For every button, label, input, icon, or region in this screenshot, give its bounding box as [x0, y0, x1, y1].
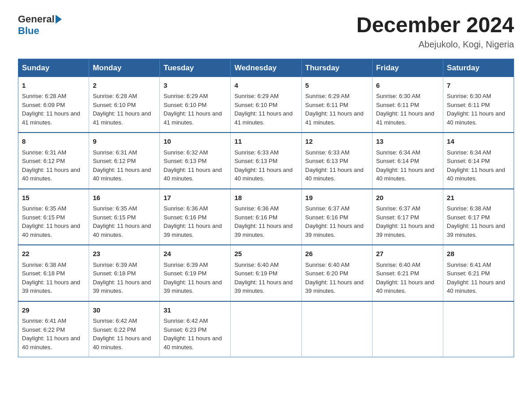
day-info: Sunrise: 6:41 AMSunset: 6:22 PMDaylight:…	[22, 317, 80, 351]
day-info: Sunrise: 6:31 AMSunset: 6:12 PMDaylight:…	[22, 149, 80, 182]
day-info: Sunrise: 6:35 AMSunset: 6:15 PMDaylight:…	[93, 205, 151, 238]
calendar-cell: 4 Sunrise: 6:29 AMSunset: 6:10 PMDayligh…	[231, 77, 301, 133]
calendar-cell: 8 Sunrise: 6:31 AMSunset: 6:12 PMDayligh…	[18, 133, 89, 189]
day-info: Sunrise: 6:40 AMSunset: 6:19 PMDaylight:…	[234, 261, 292, 295]
calendar-cell: 9 Sunrise: 6:31 AMSunset: 6:12 PMDayligh…	[89, 133, 160, 189]
day-info: Sunrise: 6:33 AMSunset: 6:13 PMDaylight:…	[305, 149, 364, 182]
header-day-wednesday: Wednesday	[231, 59, 301, 77]
day-number: 6	[376, 81, 439, 91]
day-info: Sunrise: 6:34 AMSunset: 6:14 PMDaylight:…	[376, 149, 434, 182]
calendar-body: 1 Sunrise: 6:28 AMSunset: 6:09 PMDayligh…	[18, 77, 514, 357]
calendar-cell: 14 Sunrise: 6:34 AMSunset: 6:14 PMDaylig…	[443, 133, 514, 189]
calendar-cell	[443, 301, 514, 357]
calendar-cell: 2 Sunrise: 6:28 AMSunset: 6:10 PMDayligh…	[89, 77, 160, 133]
day-number: 8	[22, 137, 85, 147]
day-number: 22	[22, 249, 85, 259]
day-info: Sunrise: 6:36 AMSunset: 6:16 PMDaylight:…	[234, 205, 292, 238]
day-number: 11	[234, 137, 297, 147]
day-info: Sunrise: 6:37 AMSunset: 6:16 PMDaylight:…	[305, 205, 364, 238]
day-info: Sunrise: 6:41 AMSunset: 6:21 PMDaylight:…	[447, 261, 505, 295]
day-info: Sunrise: 6:40 AMSunset: 6:21 PMDaylight:…	[376, 261, 434, 295]
calendar-header: SundayMondayTuesdayWednesdayThursdayFrid…	[18, 59, 514, 77]
logo: General Blue	[18, 13, 63, 37]
day-info: Sunrise: 6:31 AMSunset: 6:12 PMDaylight:…	[93, 149, 151, 182]
calendar-week-5: 29 Sunrise: 6:41 AMSunset: 6:22 PMDaylig…	[18, 301, 514, 357]
day-number: 28	[447, 249, 510, 259]
day-info: Sunrise: 6:30 AMSunset: 6:11 PMDaylight:…	[376, 93, 434, 126]
day-info: Sunrise: 6:30 AMSunset: 6:11 PMDaylight:…	[447, 93, 505, 126]
day-number: 13	[376, 137, 439, 147]
day-number: 30	[93, 305, 156, 316]
calendar-cell: 29 Sunrise: 6:41 AMSunset: 6:22 PMDaylig…	[18, 301, 89, 357]
day-number: 31	[163, 305, 227, 316]
day-number: 16	[93, 193, 156, 203]
calendar-cell: 11 Sunrise: 6:33 AMSunset: 6:13 PMDaylig…	[231, 133, 301, 189]
calendar-week-1: 1 Sunrise: 6:28 AMSunset: 6:09 PMDayligh…	[18, 77, 514, 133]
day-number: 23	[93, 249, 156, 259]
calendar-table: SundayMondayTuesdayWednesdayThursdayFrid…	[18, 59, 514, 358]
day-number: 4	[234, 81, 297, 91]
calendar-cell: 26 Sunrise: 6:40 AMSunset: 6:20 PMDaylig…	[301, 245, 372, 301]
calendar-cell: 1 Sunrise: 6:28 AMSunset: 6:09 PMDayligh…	[18, 77, 89, 133]
day-number: 20	[376, 193, 439, 203]
day-info: Sunrise: 6:42 AMSunset: 6:22 PMDaylight:…	[93, 317, 151, 351]
day-info: Sunrise: 6:29 AMSunset: 6:10 PMDaylight:…	[234, 93, 292, 126]
header-row: SundayMondayTuesdayWednesdayThursdayFrid…	[18, 59, 514, 77]
day-number: 19	[305, 193, 369, 203]
calendar-cell: 15 Sunrise: 6:35 AMSunset: 6:15 PMDaylig…	[18, 189, 89, 245]
calendar-cell: 20 Sunrise: 6:37 AMSunset: 6:17 PMDaylig…	[372, 189, 443, 245]
day-number: 7	[447, 81, 510, 91]
day-number: 10	[163, 137, 227, 147]
day-info: Sunrise: 6:39 AMSunset: 6:18 PMDaylight:…	[93, 261, 151, 295]
calendar-cell: 27 Sunrise: 6:40 AMSunset: 6:21 PMDaylig…	[372, 245, 443, 301]
day-info: Sunrise: 6:28 AMSunset: 6:10 PMDaylight:…	[93, 93, 151, 126]
day-info: Sunrise: 6:32 AMSunset: 6:13 PMDaylight:…	[163, 149, 222, 182]
calendar-cell: 19 Sunrise: 6:37 AMSunset: 6:16 PMDaylig…	[301, 189, 372, 245]
page-header: General Blue December 2024 Abejukolo, Ko…	[18, 13, 514, 50]
calendar-cell: 5 Sunrise: 6:29 AMSunset: 6:11 PMDayligh…	[301, 77, 372, 133]
day-info: Sunrise: 6:29 AMSunset: 6:11 PMDaylight:…	[305, 93, 364, 126]
day-info: Sunrise: 6:36 AMSunset: 6:16 PMDaylight:…	[163, 205, 222, 238]
day-number: 14	[447, 137, 510, 147]
day-info: Sunrise: 6:35 AMSunset: 6:15 PMDaylight:…	[22, 205, 80, 238]
calendar-cell: 12 Sunrise: 6:33 AMSunset: 6:13 PMDaylig…	[301, 133, 372, 189]
location: Abejukolo, Kogi, Nigeria	[356, 39, 514, 50]
day-number: 24	[163, 249, 227, 259]
calendar-cell: 21 Sunrise: 6:38 AMSunset: 6:17 PMDaylig…	[443, 189, 514, 245]
day-info: Sunrise: 6:33 AMSunset: 6:13 PMDaylight:…	[234, 149, 292, 182]
calendar-cell: 31 Sunrise: 6:42 AMSunset: 6:23 PMDaylig…	[160, 301, 231, 357]
day-info: Sunrise: 6:37 AMSunset: 6:17 PMDaylight:…	[376, 205, 434, 238]
calendar-cell: 6 Sunrise: 6:30 AMSunset: 6:11 PMDayligh…	[372, 77, 443, 133]
calendar-cell: 3 Sunrise: 6:29 AMSunset: 6:10 PMDayligh…	[160, 77, 231, 133]
day-number: 1	[22, 81, 85, 91]
calendar-cell: 10 Sunrise: 6:32 AMSunset: 6:13 PMDaylig…	[160, 133, 231, 189]
logo-arrow-icon	[56, 15, 62, 24]
calendar-week-2: 8 Sunrise: 6:31 AMSunset: 6:12 PMDayligh…	[18, 133, 514, 189]
day-info: Sunrise: 6:38 AMSunset: 6:18 PMDaylight:…	[22, 261, 80, 295]
day-number: 26	[305, 249, 369, 259]
day-info: Sunrise: 6:39 AMSunset: 6:19 PMDaylight:…	[163, 261, 222, 295]
calendar-cell	[231, 301, 301, 357]
day-number: 5	[305, 81, 369, 91]
day-number: 27	[376, 249, 439, 259]
header-day-tuesday: Tuesday	[160, 59, 231, 77]
title-area: December 2024 Abejukolo, Kogi, Nigeria	[356, 13, 514, 50]
day-number: 12	[305, 137, 369, 147]
calendar-cell: 30 Sunrise: 6:42 AMSunset: 6:22 PMDaylig…	[89, 301, 160, 357]
day-number: 9	[93, 137, 156, 147]
day-info: Sunrise: 6:28 AMSunset: 6:09 PMDaylight:…	[22, 93, 80, 126]
calendar-cell: 7 Sunrise: 6:30 AMSunset: 6:11 PMDayligh…	[443, 77, 514, 133]
logo-general: General	[18, 13, 55, 25]
calendar-cell: 25 Sunrise: 6:40 AMSunset: 6:19 PMDaylig…	[231, 245, 301, 301]
logo-blue: Blue	[18, 25, 39, 37]
header-day-friday: Friday	[372, 59, 443, 77]
day-number: 18	[234, 193, 297, 203]
calendar-cell: 17 Sunrise: 6:36 AMSunset: 6:16 PMDaylig…	[160, 189, 231, 245]
calendar-cell: 22 Sunrise: 6:38 AMSunset: 6:18 PMDaylig…	[18, 245, 89, 301]
logo-text: General	[18, 13, 63, 25]
calendar-cell	[301, 301, 372, 357]
calendar-cell: 18 Sunrise: 6:36 AMSunset: 6:16 PMDaylig…	[231, 189, 301, 245]
calendar-cell: 16 Sunrise: 6:35 AMSunset: 6:15 PMDaylig…	[89, 189, 160, 245]
calendar-week-3: 15 Sunrise: 6:35 AMSunset: 6:15 PMDaylig…	[18, 189, 514, 245]
calendar-week-4: 22 Sunrise: 6:38 AMSunset: 6:18 PMDaylig…	[18, 245, 514, 301]
